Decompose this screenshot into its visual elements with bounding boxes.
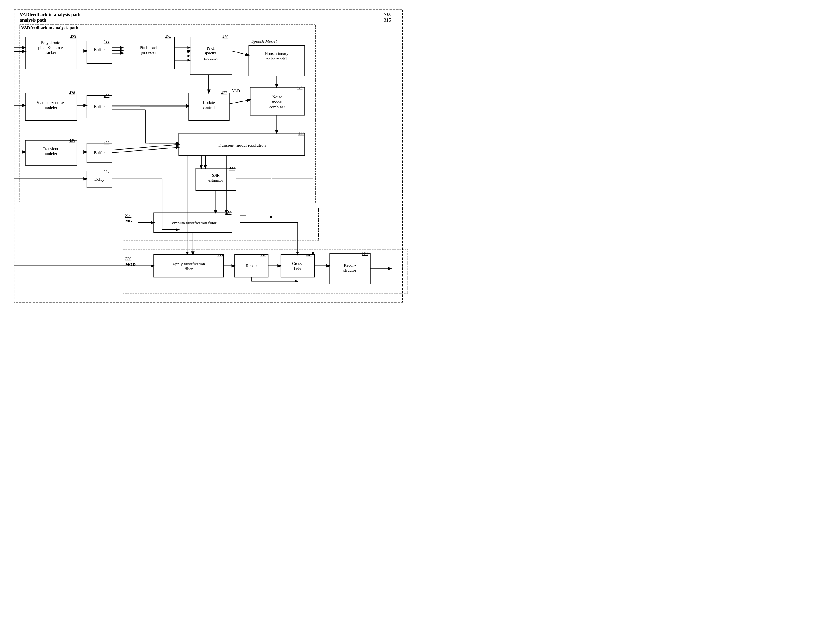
block-434-num: 434 bbox=[297, 85, 303, 90]
block-464-label-l2: fade bbox=[294, 266, 301, 271]
block-424-num: 424 bbox=[165, 35, 171, 39]
block-335-label-l1: Recon- bbox=[344, 263, 356, 267]
main-title-line1: VADfeedback to analysis path bbox=[19, 12, 80, 17]
block-442-num: 442 bbox=[298, 131, 304, 136]
block-432-label-l2: control bbox=[203, 105, 214, 110]
block-426-label-l1: Pitch bbox=[207, 46, 216, 50]
block-432-label-l1: Update bbox=[203, 100, 215, 105]
mg-num: 320 bbox=[125, 213, 132, 218]
block-420-num: 420 bbox=[70, 35, 76, 39]
nns-label-l1: Nonstationary bbox=[265, 51, 288, 56]
block-428-num: 428 bbox=[69, 91, 75, 95]
block-434-label-l3: combiner bbox=[269, 105, 285, 109]
block-424-label-l2: processor bbox=[141, 50, 157, 55]
svg-rect-45 bbox=[123, 207, 319, 241]
block-428-label-l2: modeler bbox=[44, 105, 58, 110]
block-462-num: 462 bbox=[260, 253, 266, 257]
svg-line-33 bbox=[112, 147, 179, 153]
block-434-label-l2: model bbox=[272, 100, 282, 104]
sie-num: 315 bbox=[383, 17, 391, 23]
block-436-num: 436 bbox=[69, 138, 75, 143]
svg-line-26 bbox=[229, 100, 250, 104]
block-428-label-l1: Stationary noise bbox=[37, 100, 64, 105]
diagram-container: SIE 315 VADfeedback to analysis path ana… bbox=[6, 6, 413, 306]
block-420-label-l1: Polyphonic bbox=[41, 40, 60, 45]
block-440-label: Delay bbox=[94, 177, 104, 182]
block-460-num: 460 bbox=[217, 253, 223, 257]
block-432-num: 432 bbox=[222, 91, 228, 95]
svg-line-14 bbox=[232, 51, 248, 55]
block-434-label-l1: Noise bbox=[272, 94, 282, 99]
block-462-label: Repair bbox=[246, 263, 257, 268]
block-464-num: 464 bbox=[306, 253, 312, 257]
block-426-label-l3: modeler bbox=[204, 56, 218, 61]
block-450-label: Compute modification filter bbox=[169, 221, 216, 225]
block-436-label-l2: modeler bbox=[44, 151, 58, 156]
block-420-label-l2: pitch & source bbox=[38, 45, 62, 50]
block-464-label-l1: Cross- bbox=[292, 261, 303, 266]
block-444-num: 444 bbox=[229, 166, 235, 170]
svg-rect-5 bbox=[87, 41, 112, 63]
block-426-num: 426 bbox=[222, 35, 228, 39]
sie-label: SIE bbox=[384, 12, 391, 17]
block-438-label: Buffer bbox=[94, 151, 105, 155]
block-444-label-l2: estimator bbox=[209, 178, 223, 182]
speech-model-label: Speech Model bbox=[251, 38, 277, 44]
block-422-num: 422 bbox=[104, 39, 109, 44]
block-335-num: 335 bbox=[362, 252, 368, 256]
nns-label-l2: noise model bbox=[266, 56, 287, 61]
block-422-label: Buffer bbox=[94, 47, 105, 52]
main-title-line2: analysis path bbox=[19, 17, 46, 23]
block-424-label-l1: Pitch track bbox=[140, 45, 158, 50]
mg-label: MG bbox=[125, 219, 132, 223]
vad-label: VAD bbox=[232, 89, 240, 93]
block-442-label: Transient model resolution bbox=[218, 143, 266, 148]
block-335-label-l2: structor bbox=[343, 268, 356, 273]
block-444-label-l1: SNR bbox=[212, 173, 220, 177]
block-426-label-l2: spectral bbox=[204, 51, 217, 55]
block-430-num: 430 bbox=[104, 94, 109, 98]
block-460-label-l2: filter bbox=[185, 267, 193, 271]
block-436-label-l1: Transient bbox=[43, 146, 58, 151]
block-430-label: Buffer bbox=[94, 104, 105, 109]
inner-title: VADfeedback to analysis path bbox=[21, 25, 78, 30]
svg-line-32 bbox=[112, 145, 179, 150]
block-440-num: 440 bbox=[104, 169, 109, 174]
block-420-label-l3: tracker bbox=[45, 50, 56, 55]
block-438-num: 438 bbox=[104, 141, 109, 145]
mod-num: 330 bbox=[125, 257, 132, 261]
block-460-label-l1: Apply modification bbox=[172, 262, 205, 266]
